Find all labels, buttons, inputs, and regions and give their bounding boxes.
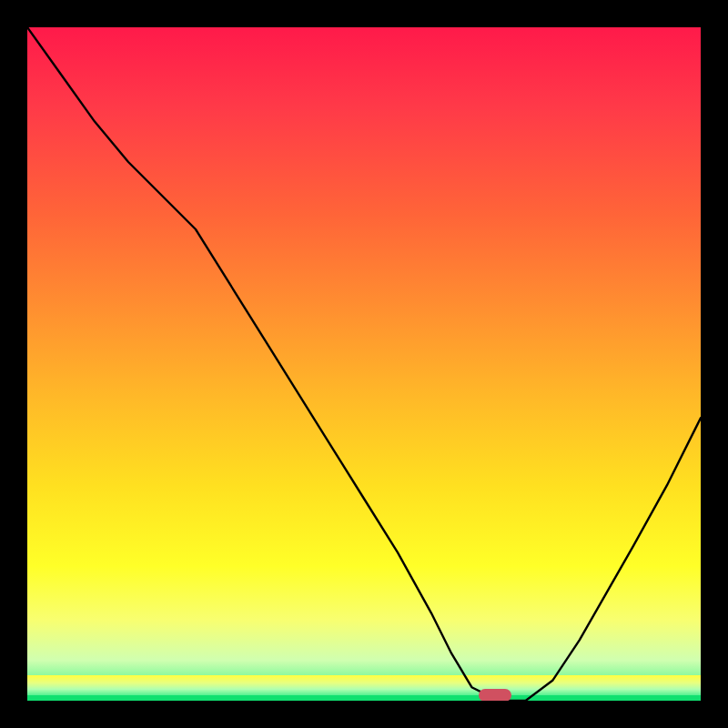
watermark-text: TheBottleneck.com bbox=[533, 4, 721, 27]
chart-baseline-strip bbox=[27, 695, 701, 701]
chart-background bbox=[27, 27, 701, 701]
optimal-marker bbox=[479, 689, 511, 702]
